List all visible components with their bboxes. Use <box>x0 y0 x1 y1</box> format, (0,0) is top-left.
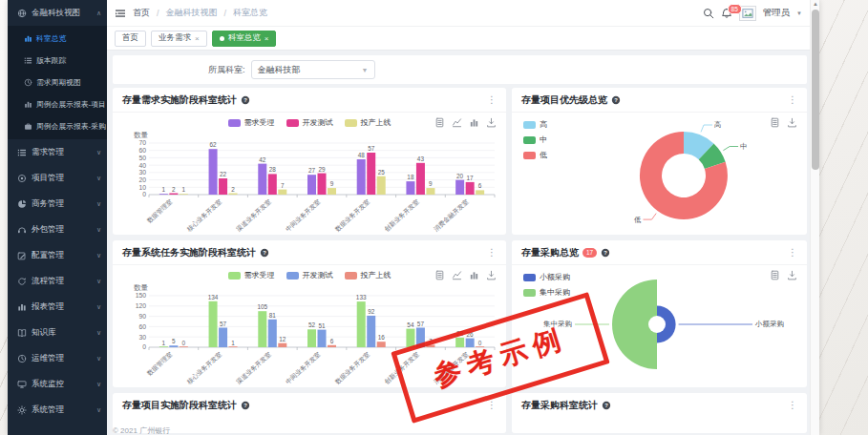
tab-close-icon[interactable]: × <box>265 34 269 43</box>
help-icon[interactable]: ? <box>601 244 610 261</box>
tab-label: 业务需求 <box>159 32 191 44</box>
menu-fold-icon[interactable] <box>115 8 126 19</box>
svg-text:92: 92 <box>368 308 375 315</box>
tab[interactable]: 科室总览× <box>212 31 277 47</box>
panel-title: 存量项目优先级总览 <box>521 93 607 107</box>
help-icon[interactable]: ? <box>241 92 250 109</box>
svg-text:中间业务开发室: 中间业务开发室 <box>285 197 323 233</box>
panel-demand-stage: 存量需求实施阶段科室统计 ? ⋮ 需求受理 开发测试 投产上线 数量010203… <box>113 88 506 235</box>
toolbox-data-view-icon[interactable] <box>434 270 445 280</box>
sidebar-group[interactable]: 商务管理 ∨ <box>8 191 107 217</box>
toolbox-data-view-icon[interactable] <box>770 117 780 128</box>
legend-chip <box>523 136 536 144</box>
toolbox-data-view-icon[interactable] <box>770 270 780 280</box>
legend-item[interactable]: 需求受理 <box>228 117 275 128</box>
legend-item[interactable]: 高 <box>523 119 547 130</box>
sidebar-group[interactable]: 运维管理 ∨ <box>8 345 107 371</box>
sidebar-group[interactable]: 系统管理 ∨ <box>8 397 107 423</box>
sidebar-group[interactable]: 项目管理 ∨ <box>8 165 107 191</box>
sidebar-group[interactable]: 需求管理 ∨ <box>8 139 107 165</box>
more-icon[interactable]: ⋮ <box>788 95 797 105</box>
panel-body: 需求受理 开发测试 投产上线 数量010203040506070121数据管理室… <box>113 113 506 235</box>
tab-close-icon[interactable]: × <box>195 34 200 43</box>
legend-chip <box>523 274 536 281</box>
svg-text:2: 2 <box>172 186 176 193</box>
legend-item[interactable]: 低 <box>523 150 547 160</box>
svg-text:134: 134 <box>208 294 219 300</box>
panel-project-priority: 存量项目优先级总览 ? ⋮ 高 中 低 高中低 <box>512 88 807 235</box>
help-icon[interactable]: ? <box>260 244 269 261</box>
sidebar-group[interactable]: 配置管理 ∨ <box>8 242 107 268</box>
more-icon[interactable]: ⋮ <box>487 248 497 258</box>
sidebar-group[interactable]: 系统监控 ∨ <box>8 371 107 397</box>
sidebar-group[interactable]: 报表管理 ∨ <box>8 294 107 320</box>
legend-item[interactable]: 中 <box>523 135 547 145</box>
username[interactable]: 管理员 <box>763 7 791 19</box>
svg-text:渠道业务开发室: 渠道业务开发室 <box>235 197 272 232</box>
toolbox-bar-toggle-icon[interactable] <box>469 117 479 128</box>
sidebar-group[interactable]: 金融科技视图 ∧ <box>8 0 107 26</box>
sidebar-item[interactable]: 周例会展示报表-项目 <box>8 93 107 115</box>
sidebar-item[interactable]: 科室总览 <box>8 28 107 50</box>
help-icon[interactable]: ? <box>611 92 621 109</box>
svg-text:42: 42 <box>259 156 266 163</box>
svg-text:22: 22 <box>220 171 227 177</box>
scrollbar-up-icon[interactable]: ▲ <box>811 1 820 7</box>
help-icon[interactable]: ? <box>241 397 250 414</box>
tab[interactable]: 首页 <box>115 31 146 47</box>
search-icon[interactable] <box>703 8 714 19</box>
legend-item[interactable]: 开发测试 <box>286 117 333 128</box>
sidebar-group[interactable]: 流程管理 ∨ <box>8 268 107 294</box>
sidebar-item[interactable]: 周例会展示报表-采购 <box>8 115 107 137</box>
svg-text:?: ? <box>603 250 607 256</box>
sidebar-item[interactable]: 版本跟踪 <box>8 50 107 72</box>
breadcrumb-separator: / <box>224 9 227 18</box>
scrollbar-thumb[interactable] <box>812 10 819 170</box>
more-icon[interactable]: ⋮ <box>788 401 797 410</box>
chevron-down-icon[interactable]: ▼ <box>796 10 802 16</box>
sidebar-group[interactable]: 知识库 ∨ <box>8 320 107 345</box>
legend-item[interactable]: 开发测试 <box>286 270 333 280</box>
chevron-icon: ∨ <box>96 355 101 362</box>
more-icon[interactable]: ⋮ <box>487 95 497 105</box>
svg-text:54: 54 <box>407 321 414 328</box>
more-icon[interactable]: ⋮ <box>487 401 497 410</box>
chevron-icon: ∨ <box>96 175 101 182</box>
breadcrumb-current[interactable]: 科室总览 <box>233 7 267 19</box>
toolbox-data-view-icon[interactable] <box>434 117 445 128</box>
toolbox-download-icon[interactable] <box>787 270 797 280</box>
legend-item[interactable]: 投产上线 <box>345 270 392 280</box>
breadcrumb-view[interactable]: 金融科技视图 <box>166 7 218 19</box>
sidebar-item[interactable]: 需求周期视图 <box>8 72 107 93</box>
svg-text:0: 0 <box>142 343 146 350</box>
legend-item[interactable]: 小额采购 <box>523 272 570 282</box>
svg-text:28: 28 <box>269 166 277 173</box>
svg-text:81: 81 <box>269 312 277 319</box>
svg-text:60: 60 <box>138 323 146 330</box>
sidebar-group[interactable]: 外包管理 ∨ <box>8 217 107 242</box>
help-icon[interactable]: ? <box>602 397 611 414</box>
department-select[interactable]: 金融科技部 ▼ <box>251 60 375 79</box>
svg-text:133: 133 <box>356 294 367 300</box>
chevron-icon: ∨ <box>96 303 101 311</box>
svg-text:数据业务开发室: 数据业务开发室 <box>333 350 372 385</box>
toolbox-line-toggle-icon[interactable] <box>452 270 462 280</box>
legend-item[interactable]: 集中采购 <box>523 287 570 298</box>
toolbox-line-toggle-icon[interactable] <box>452 117 462 128</box>
scrollbar[interactable]: ▲ <box>810 0 819 435</box>
toolbox-download-icon[interactable] <box>787 117 797 128</box>
chevron-icon: ∨ <box>96 278 101 285</box>
tab[interactable]: 业务需求× <box>151 31 207 47</box>
chart-toolbox <box>434 117 497 128</box>
toolbox-bar-toggle-icon[interactable] <box>469 270 479 280</box>
legend-item[interactable]: 投产上线 <box>345 117 392 128</box>
bell-icon[interactable]: 85 <box>721 8 732 19</box>
breadcrumb-home[interactable]: 首页 <box>133 7 150 19</box>
svg-text:20: 20 <box>456 173 464 179</box>
chart-toolbox <box>770 117 797 128</box>
toolbox-download-icon[interactable] <box>486 270 497 280</box>
more-icon[interactable]: ⋮ <box>788 248 797 258</box>
toolbox-download-icon[interactable] <box>486 117 497 128</box>
chevron-icon: ∨ <box>96 200 101 208</box>
legend-item[interactable]: 需求受理 <box>228 270 275 280</box>
